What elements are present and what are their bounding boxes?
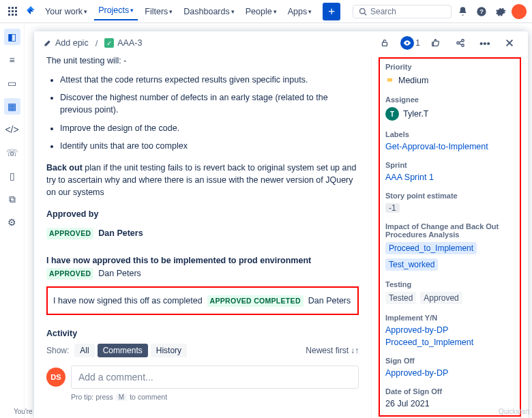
field-story-points[interactable]: Story point estimate -1 <box>385 192 514 213</box>
bullet-item: Attest that the code returns expected re… <box>60 74 359 86</box>
svg-rect-7 <box>12 14 14 16</box>
tab-all[interactable]: All <box>74 344 94 357</box>
protip-post: to comment <box>130 393 167 401</box>
chevron-down-icon: ▾ <box>169 8 173 15</box>
assignee-avatar: T <box>385 107 399 121</box>
field-signoff[interactable]: Sign Off Approved-by-DP <box>385 357 514 378</box>
implement-val-1[interactable]: Approved-by-DP <box>385 325 448 335</box>
testing-chip-1: Tested <box>385 292 416 304</box>
nav-projects-label: Projects <box>98 5 129 15</box>
chevron-down-icon: ▾ <box>308 8 312 15</box>
help-icon[interactable]: ? <box>473 3 490 20</box>
field-testing[interactable]: Testing Tested Approved <box>385 280 514 304</box>
svg-rect-6 <box>8 14 10 16</box>
field-date-signoff[interactable]: Date of Sign Off 26 Jul 2021 <box>385 387 514 408</box>
lock-icon[interactable] <box>376 34 394 52</box>
sidebar-pages-icon[interactable]: ▯ <box>4 168 20 184</box>
issue-key-text: AAA-3 <box>117 38 142 48</box>
priority-value: Medium <box>398 76 428 85</box>
nav-apps[interactable]: Apps▾ <box>284 4 316 19</box>
tab-comments[interactable]: Comments <box>98 344 148 357</box>
backout-paragraph: Back out plan if the unit testing fails … <box>46 162 359 198</box>
bullet-item: Identify units that are too complex <box>60 140 359 152</box>
sort-newest-first[interactable]: Newest first ↓↑ <box>306 346 359 355</box>
nav-filters[interactable]: Filters▾ <box>141 4 177 19</box>
priority-medium-icon: ＝ <box>385 74 394 86</box>
testing-label: Testing <box>385 280 514 288</box>
field-sprint[interactable]: Sprint AAA Sprint 1 <box>385 161 514 182</box>
impact-chip-1[interactable]: Proceed_to_Implement <box>385 242 477 254</box>
comment-input[interactable]: Add a comment... <box>71 365 359 389</box>
jira-logo-icon[interactable] <box>23 4 38 19</box>
signoff-value[interactable]: Approved-by-DP <box>385 368 448 378</box>
like-icon[interactable] <box>427 34 445 52</box>
testing-chip-2: Approved <box>420 292 462 304</box>
settings-icon[interactable] <box>492 3 509 20</box>
notifications-icon[interactable] <box>454 3 471 20</box>
nav-apps-label: Apps <box>288 7 308 16</box>
search-input[interactable]: Search <box>353 5 452 18</box>
sprint-value[interactable]: AAA Sprint 1 <box>385 173 434 182</box>
sidebar-roadmap-icon[interactable]: ◧ <box>4 29 20 45</box>
field-labels[interactable]: Labels Get-Approval-to-Implement <box>385 130 514 151</box>
datesignoff-label: Date of Sign Off <box>385 387 514 395</box>
sidebar-call-icon[interactable]: ☏ <box>4 145 20 161</box>
svg-rect-8 <box>15 14 17 16</box>
sidebar-backlog-icon[interactable]: ≡ <box>4 52 20 68</box>
svg-text:?: ? <box>479 8 484 15</box>
approved-lozenge: APPROVED <box>46 228 93 239</box>
pencil-icon <box>44 39 52 47</box>
app-switcher-icon[interactable] <box>5 4 20 19</box>
nav-dashboards[interactable]: Dashboards▾ <box>179 4 238 19</box>
approver-name: Dan Peters <box>98 228 143 238</box>
more-icon[interactable]: ••• <box>476 34 494 52</box>
share-icon[interactable] <box>452 34 469 52</box>
nav-your-work[interactable]: Your work▾ <box>41 4 91 19</box>
issue-key-link[interactable]: ✓ AAA-3 <box>104 38 142 48</box>
sidebar-code-icon[interactable]: </> <box>4 121 20 138</box>
backout-text: plan if the unit testing fails to is rev… <box>46 163 356 197</box>
protip-pre: Pro tip: press <box>71 393 113 401</box>
labels-value[interactable]: Get-Approval-to-Implement <box>385 142 488 151</box>
watch-button[interactable]: 1 <box>400 36 420 50</box>
signed-name: Dan Peters <box>308 296 351 305</box>
watch-count: 1 <box>415 38 420 48</box>
impl-approval-row: I have now approved this to be implement… <box>46 254 359 279</box>
sidebar-settings-icon[interactable]: ⚙ <box>4 214 20 230</box>
search-icon <box>359 8 367 16</box>
nav-projects[interactable]: Projects▾ <box>94 3 138 20</box>
assignee-label: Assignee <box>385 95 514 104</box>
add-epic-button[interactable]: Add epic <box>44 38 89 48</box>
field-priority[interactable]: Priority ＝Medium <box>385 63 514 86</box>
impact-chip-2[interactable]: Test_worked <box>385 258 438 271</box>
datesignoff-value: 26 Jul 2021 <box>385 399 430 408</box>
svg-line-18 <box>459 44 462 45</box>
nav-people[interactable]: People▾ <box>241 4 281 19</box>
close-icon[interactable] <box>501 34 518 52</box>
labels-label: Labels <box>385 130 514 138</box>
field-implement[interactable]: Implement Y/N Approved-by-DP Proceed_to_… <box>385 314 514 347</box>
field-impact[interactable]: Impact of Change and Back Out Procedures… <box>385 222 514 271</box>
create-button[interactable]: + <box>323 3 340 20</box>
sidebar-archive-icon[interactable]: ▭ <box>4 75 20 91</box>
add-epic-label: Add epic <box>55 38 89 48</box>
field-assignee[interactable]: Assignee TTyler.T <box>385 95 514 121</box>
svg-rect-1 <box>12 7 14 9</box>
assignee-value: Tyler.T <box>403 109 429 119</box>
quickstart-label[interactable]: Quickstart <box>499 408 529 415</box>
sidebar-add-icon[interactable]: ⧉ <box>4 191 20 207</box>
breadcrumb-separator: / <box>95 38 98 48</box>
pro-tip: Pro tip: press M to comment <box>71 393 359 401</box>
tab-history[interactable]: History <box>151 344 187 357</box>
priority-label: Priority <box>385 63 514 71</box>
signed-text: I have now signed this off as completed <box>53 296 203 305</box>
sidebar-board-icon[interactable]: ▦ <box>4 98 20 115</box>
impl-line-text: I have now approved this to be implement… <box>46 256 311 265</box>
search-placeholder: Search <box>370 7 396 16</box>
watch-eye-icon <box>400 36 414 50</box>
sort-icon: ↓↑ <box>351 346 359 355</box>
implement-val-2[interactable]: Proceed_to_Implement <box>385 338 473 347</box>
user-avatar[interactable] <box>512 4 527 19</box>
approved-lozenge: APPROVED <box>46 268 93 280</box>
desc-bullets: Attest that the code returns expected re… <box>46 74 359 152</box>
